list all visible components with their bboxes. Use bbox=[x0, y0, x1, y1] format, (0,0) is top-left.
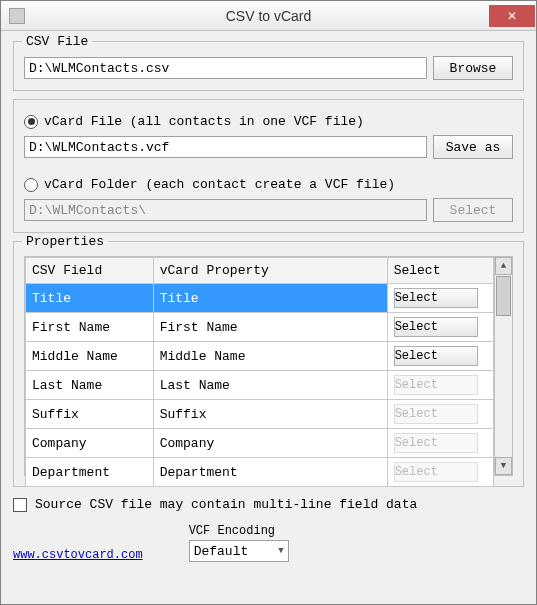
select-cell: Select bbox=[387, 284, 493, 313]
csv-file-label: CSV File bbox=[22, 34, 92, 49]
vcard-property-cell[interactable]: Last Name bbox=[153, 371, 387, 400]
csv-field-cell[interactable]: Middle Name bbox=[26, 342, 154, 371]
vcard-property-cell[interactable]: Company bbox=[153, 429, 387, 458]
vcard-folder-radio[interactable] bbox=[24, 178, 38, 192]
select-row-button[interactable]: Select bbox=[394, 288, 478, 308]
csv-path-input[interactable] bbox=[24, 57, 427, 79]
select-cell: Select bbox=[387, 371, 493, 400]
select-row-button[interactable]: Select bbox=[394, 433, 478, 453]
close-icon: ✕ bbox=[507, 9, 517, 23]
encoding-group: VCF Encoding Default ▼ bbox=[189, 524, 289, 562]
properties-label: Properties bbox=[22, 234, 108, 249]
select-row-button[interactable]: Select bbox=[394, 346, 478, 366]
csv-field-cell[interactable]: Suffix bbox=[26, 400, 154, 429]
table-row[interactable]: CompanyCompanySelect bbox=[26, 429, 494, 458]
select-cell: Select bbox=[387, 342, 493, 371]
table-row[interactable]: Middle NameMiddle NameSelect bbox=[26, 342, 494, 371]
encoding-label: VCF Encoding bbox=[189, 524, 275, 538]
vcard-property-cell[interactable]: Department bbox=[153, 458, 387, 487]
content-area: CSV File Browse vCard File (all contacts… bbox=[1, 31, 536, 572]
select-row-button[interactable]: Select bbox=[394, 375, 478, 395]
encoding-value: Default bbox=[194, 544, 249, 559]
multiline-row: Source CSV file may contain multi-line f… bbox=[13, 497, 524, 512]
select-folder-button: Select bbox=[433, 198, 513, 222]
select-cell: Select bbox=[387, 429, 493, 458]
select-row-button[interactable]: Select bbox=[394, 404, 478, 424]
table-scrollbar[interactable]: ▲ ▼ bbox=[494, 257, 512, 475]
table-row[interactable]: TitleTitleSelect bbox=[26, 284, 494, 313]
select-row-button[interactable]: Select bbox=[394, 462, 478, 482]
select-row-button[interactable]: Select bbox=[394, 317, 478, 337]
select-cell: Select bbox=[387, 313, 493, 342]
table-row[interactable]: Last NameLast NameSelect bbox=[26, 371, 494, 400]
vcard-file-path-input[interactable] bbox=[24, 136, 427, 158]
vcard-file-radio[interactable] bbox=[24, 115, 38, 129]
csv-field-cell[interactable]: Last Name bbox=[26, 371, 154, 400]
website-link[interactable]: www.csvtovcard.com bbox=[13, 548, 143, 562]
titlebar: CSV to vCard ✕ bbox=[1, 1, 536, 31]
app-icon bbox=[9, 8, 25, 24]
select-cell: Select bbox=[387, 458, 493, 487]
browse-button[interactable]: Browse bbox=[433, 56, 513, 80]
output-group: vCard File (all contacts in one VCF file… bbox=[13, 99, 524, 233]
multiline-checkbox[interactable] bbox=[13, 498, 27, 512]
window-title: CSV to vCard bbox=[226, 8, 312, 24]
table-row[interactable]: First NameFirst NameSelect bbox=[26, 313, 494, 342]
scroll-down-icon[interactable]: ▼ bbox=[495, 457, 512, 475]
scroll-track[interactable] bbox=[495, 317, 512, 457]
chevron-down-icon: ▼ bbox=[278, 546, 283, 556]
csv-field-cell[interactable]: Department bbox=[26, 458, 154, 487]
scroll-up-icon[interactable]: ▲ bbox=[495, 257, 512, 275]
header-select[interactable]: Select bbox=[387, 258, 493, 284]
properties-table: CSV Field vCard Property Select TitleTit… bbox=[25, 257, 494, 487]
vcard-property-cell[interactable]: First Name bbox=[153, 313, 387, 342]
select-cell: Select bbox=[387, 400, 493, 429]
header-csv-field[interactable]: CSV Field bbox=[26, 258, 154, 284]
csv-field-cell[interactable]: Title bbox=[26, 284, 154, 313]
vcard-folder-path-input bbox=[24, 199, 427, 221]
scroll-thumb[interactable] bbox=[496, 276, 511, 316]
header-vcard-property[interactable]: vCard Property bbox=[153, 258, 387, 284]
properties-table-wrap: CSV Field vCard Property Select TitleTit… bbox=[24, 256, 513, 476]
save-as-button[interactable]: Save as bbox=[433, 135, 513, 159]
vcard-file-label: vCard File (all contacts in one VCF file… bbox=[44, 114, 364, 129]
csv-field-cell[interactable]: Company bbox=[26, 429, 154, 458]
table-row[interactable]: DepartmentDepartmentSelect bbox=[26, 458, 494, 487]
encoding-select[interactable]: Default ▼ bbox=[189, 540, 289, 562]
multiline-label: Source CSV file may contain multi-line f… bbox=[35, 497, 417, 512]
vcard-property-cell[interactable]: Middle Name bbox=[153, 342, 387, 371]
close-button[interactable]: ✕ bbox=[489, 5, 535, 27]
csv-field-cell[interactable]: First Name bbox=[26, 313, 154, 342]
csv-file-group: CSV File Browse bbox=[13, 41, 524, 91]
vcard-property-cell[interactable]: Suffix bbox=[153, 400, 387, 429]
properties-group: Properties CSV Field vCard Property Sele… bbox=[13, 241, 524, 487]
main-window: CSV to vCard ✕ CSV File Browse vCard Fil… bbox=[0, 0, 537, 605]
vcard-folder-label: vCard Folder (each contact create a VCF … bbox=[44, 177, 395, 192]
table-row[interactable]: SuffixSuffixSelect bbox=[26, 400, 494, 429]
vcard-property-cell[interactable]: Title bbox=[153, 284, 387, 313]
